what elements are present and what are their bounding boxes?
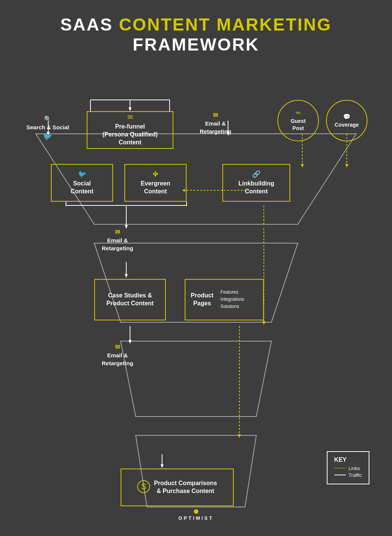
email-3-icon: ✉ — [102, 343, 133, 351]
key-traffic-line — [334, 475, 346, 475]
email-retargeting-top-label: ✉ Email &Retargeting — [200, 111, 231, 135]
svg-marker-32 — [238, 434, 241, 438]
search-icon: 🔍 — [26, 115, 69, 123]
prefunnel-label: Pre-funnel(Persona Qualified)Content — [103, 123, 158, 146]
evergreen-icon: ✤ — [153, 170, 158, 178]
title-content-marketing: CONTENT MARKETING — [119, 15, 332, 34]
key-traffic-label: Traffic — [349, 472, 362, 478]
product-comparisons-box: $ Product Comparisons& Purchase Content — [121, 469, 234, 506]
diagram: 🔍 Search & Social 🐦 ✉ Pre-funnel(Persona… — [15, 62, 377, 533]
coverage-label: Coverage — [335, 121, 359, 128]
case-studies-box: Case Studies &Product Content — [94, 279, 166, 320]
evergreen-content-box: ✤ EvergreenContent — [124, 164, 187, 202]
coverage-icon: 💬 — [343, 113, 351, 120]
product-pages-label: ProductPages — [191, 292, 213, 308]
prefunnel-icon: ✉ — [127, 113, 133, 121]
email-retargeting-2-label: ✉ Email &Retargeting — [102, 228, 133, 252]
page-wrapper: SAAS CONTENT MARKETING FRAMEWORK — [0, 0, 392, 536]
linkbuilding-content-box: 🔗 LinkbuildingContent — [222, 164, 290, 202]
key-traffic-item: Traffic — [334, 472, 362, 478]
key-title: KEY — [334, 456, 362, 463]
email-2-text: Email &Retargeting — [102, 237, 133, 251]
product-comparisons-icon: $ — [137, 480, 150, 493]
coverage-circle: 💬 Coverage — [326, 100, 368, 141]
optimist-dot — [194, 509, 198, 514]
key-links-label: Links — [349, 466, 360, 471]
case-studies-label: Case Studies &Product Content — [106, 292, 153, 308]
optimist-logo: OPTIMIST — [178, 509, 213, 521]
svg-marker-7 — [129, 107, 132, 111]
title-framework: FRAMEWORK — [8, 34, 384, 55]
key-links-line — [334, 468, 346, 469]
guest-post-circle: ✏ GuestPost — [277, 100, 319, 141]
guest-post-label: GuestPost — [291, 118, 306, 131]
product-pages-box: ProductPages · Features · Integrations ·… — [185, 279, 264, 320]
email-top-text: Email &Retargeting — [200, 120, 231, 135]
twitter-icon: 🐦 — [26, 131, 69, 142]
prefunnel-box: ✉ Pre-funnel(Persona Qualified)Content — [87, 111, 173, 149]
key-links-item: Links — [334, 466, 362, 471]
guest-post-icon: ✏ — [296, 109, 301, 116]
svg-marker-28 — [262, 321, 265, 325]
svg-marker-16 — [345, 164, 348, 168]
social-icon: 🐦 — [78, 170, 86, 178]
email-3-text: Email &Retargeting — [102, 352, 133, 366]
evergreen-content-label: EvergreenContent — [141, 180, 170, 196]
product-comparisons-label: Product Comparisons& Purchase Content — [154, 479, 217, 495]
svg-marker-2 — [121, 341, 271, 417]
social-content-label: SocialContent — [70, 180, 93, 196]
social-content-box: 🐦 SocialContent — [51, 164, 113, 202]
title-saas: SAAS — [60, 15, 119, 34]
svg-marker-14 — [301, 164, 304, 168]
svg-marker-34 — [161, 464, 164, 468]
email-retargeting-3-label: ✉ Email &Retargeting — [102, 343, 133, 367]
optimist-text: OPTIMIST — [178, 515, 213, 521]
title-line1: SAAS CONTENT MARKETING — [8, 15, 384, 34]
title-section: SAAS CONTENT MARKETING FRAMEWORK — [0, 0, 392, 62]
linkbuilding-icon: 🔗 — [252, 170, 260, 178]
search-social-text: Search & Social — [26, 124, 69, 130]
email-top-icon: ✉ — [200, 111, 231, 119]
key-box: KEY Links Traffic — [327, 451, 369, 484]
linkbuilding-content-label: LinkbuildingContent — [238, 180, 274, 196]
product-pages-sublist: · Features · Integrations · Solutions — [218, 289, 244, 311]
svg-marker-26 — [125, 274, 128, 278]
email-2-icon: ✉ — [102, 228, 133, 236]
search-social-label: 🔍 Search & Social 🐦 — [26, 115, 69, 142]
